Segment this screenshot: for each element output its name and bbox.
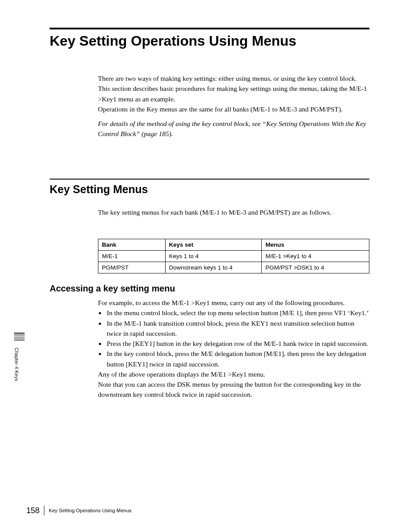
footer-title: Key Setting Operations Using Menus <box>49 508 132 513</box>
list-item: In the menu control block, select the to… <box>106 308 369 318</box>
list-item: Press the [KEY1] button in the key deleg… <box>106 338 369 349</box>
table-cell: Downstream keys 1 to 4 <box>165 262 262 273</box>
key-setting-menus-table: Bank Keys set Menus M/E-1 Keys 1 to 4 M/… <box>98 239 369 273</box>
table-cell: PGM/PST <box>98 262 166 273</box>
table-header-cell: Menus <box>262 239 369 251</box>
title-rule <box>50 28 369 29</box>
list-item: In the M/E-1 bank transition control blo… <box>106 318 369 339</box>
table-cell: PGM/PST >DSK1 to 4 <box>262 262 369 273</box>
chapter-side-marker: Chapter 4 Keys <box>14 333 25 381</box>
page-footer: 158 Key Setting Operations Using Menus <box>26 506 369 515</box>
subsection-tail: Note that you can access the DSK menus b… <box>98 379 369 400</box>
table-row: PGM/PST Downstream keys 1 to 4 PGM/PST >… <box>98 262 369 273</box>
section-lead-text: The key setting menus for each bank (M/E… <box>98 207 369 217</box>
table-cell: Keys 1 to 4 <box>165 251 262 262</box>
table-header-row: Bank Keys set Menus <box>98 239 369 251</box>
table-header-cell: Keys set <box>165 239 262 251</box>
intro-paragraph: This section describes basic procedures … <box>98 83 369 104</box>
intro-block: There are two ways of making key setting… <box>98 73 369 139</box>
table-cell: M/E-1 >Key1 to 4 <box>262 251 369 262</box>
section-lead: The key setting menus for each bank (M/E… <box>98 207 369 217</box>
intro-paragraph: Operations in the Key menus are the same… <box>98 104 369 114</box>
table-header-cell: Bank <box>98 239 166 251</box>
chapter-label: Chapter 4 Keys <box>14 348 19 381</box>
page-title: Key Setting Operations Using Menus <box>50 33 296 49</box>
procedure-list: In the menu control block, select the to… <box>98 308 369 369</box>
cross-reference: For details of the method of using the k… <box>98 119 369 139</box>
table-row: M/E-1 Keys 1 to 4 M/E-1 >Key1 to 4 <box>98 251 369 262</box>
subsection-lead: For example, to access the M/E-1 >Key1 m… <box>98 298 369 308</box>
list-item: In the key control block, press the M/E … <box>106 349 369 369</box>
section-rule <box>50 179 369 180</box>
table-cell: M/E-1 <box>98 251 166 262</box>
side-marker-lines-icon <box>14 333 25 341</box>
subsection-body: For example, to access the M/E-1 >Key1 m… <box>98 298 369 400</box>
subsection-heading: Accessing a key setting menu <box>50 284 175 294</box>
subsection-tail: Any of the above operations displays the… <box>98 369 369 379</box>
footer-separator <box>44 506 44 515</box>
page-number: 158 <box>26 506 40 515</box>
page: Key Setting Operations Using Menus There… <box>0 0 419 532</box>
intro-paragraph: There are two ways of making key setting… <box>98 73 369 83</box>
section-heading: Key Setting Menus <box>50 183 148 196</box>
